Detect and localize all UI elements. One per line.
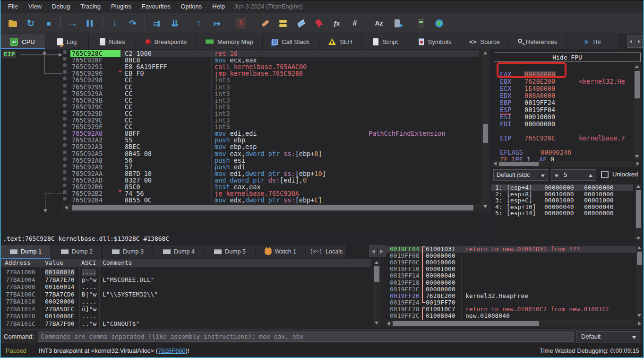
value-cell[interactable]: 01001D31 xyxy=(426,246,455,253)
disasm-vertical-scrollbar[interactable] xyxy=(481,49,490,213)
calling-convention-dropdown[interactable]: Default (stdc xyxy=(493,169,548,181)
value-cell[interactable]: 00020000 xyxy=(45,298,75,306)
calculator-icon[interactable] xyxy=(413,16,429,31)
menu-item-file[interactable]: File xyxy=(3,1,23,12)
disasm-row[interactable]: 765C929CCCint3 xyxy=(1,104,481,110)
tab-symbols[interactable]: Symbols xyxy=(409,34,461,49)
register-value[interactable]: 00010000 xyxy=(524,114,555,121)
disasm-row[interactable]: 765C92A957push edi xyxy=(1,164,481,170)
value-cell[interactable]: 00160014 xyxy=(45,283,75,291)
tab-dump-4[interactable]: Dump 4 xyxy=(154,245,204,258)
stack-row[interactable]: 0019FF1400000040 xyxy=(384,272,643,279)
disasm-row[interactable]: 765C92A255push ebp xyxy=(1,137,481,143)
value-cell[interactable]: 00000000 xyxy=(426,286,455,293)
disasm-row[interactable]: 765C9291E8 6A19FEFFcall kernelbase.765AA… xyxy=(1,63,481,70)
stack-pane[interactable]: 0019FF0401001D31return to new.01001D31 f… xyxy=(384,244,643,328)
dump-row[interactable]: 77BA101000020000.... xyxy=(0,298,371,306)
value-cell[interactable]: 010010C7 xyxy=(426,306,455,313)
disasm-row[interactable]: 765C92AD8327 00and dword ptr ds:[edi],0 xyxy=(1,177,481,183)
tab-scroll-right-button[interactable] xyxy=(635,35,643,48)
register-value[interactable]: 7628E200 xyxy=(524,78,555,85)
pause-icon[interactable]: ▌▌ xyxy=(83,16,99,31)
tab-dump-1[interactable]: Dump 1 xyxy=(1,245,51,258)
step-into-icon[interactable]: ↓ xyxy=(107,16,123,31)
run-to-user-code-icon[interactable]: ↣ xyxy=(209,16,225,31)
hash-icon[interactable]: # xyxy=(347,16,363,31)
disasm-row[interactable]: 765C9298CCint3 xyxy=(1,77,481,83)
dump-row[interactable]: 77BA10200005000C xyxy=(0,327,371,328)
column-divider[interactable] xyxy=(461,244,462,320)
stack-row[interactable]: 0019FF1C00000000 xyxy=(384,286,643,293)
tab-script[interactable]: Script xyxy=(362,34,409,49)
argument-count-spinner[interactable]: 5 xyxy=(551,169,596,181)
tab-watch-1[interactable]: Watch 1 xyxy=(256,245,305,258)
menu-item-debug[interactable]: Debug xyxy=(47,1,75,12)
trace-over-icon[interactable]: ⇊ xyxy=(167,16,183,31)
dump-row[interactable]: 77BA100C77BA7CD0Đ|°wL"\\SYSTEM32\\" xyxy=(0,291,371,298)
tab-dump-3[interactable]: Dump 3 xyxy=(103,245,153,258)
register-row[interactable]: EDX008A0000 xyxy=(491,92,643,99)
tab-source[interactable]: <>Source xyxy=(461,34,508,49)
comments-icon[interactable] xyxy=(275,16,291,31)
run-icon[interactable]: → xyxy=(65,16,81,31)
value-cell[interactable]: 0005000C xyxy=(45,327,75,328)
tab-call-stack[interactable]: Call Stack xyxy=(263,34,319,49)
stack-row[interactable]: 0019FF0C00010000 xyxy=(384,259,643,266)
value-cell[interactable]: 00180016 xyxy=(45,269,75,276)
stack-horizontal-scrollbar[interactable] xyxy=(385,320,643,327)
register-row[interactable]: ESI00010000 xyxy=(491,114,643,121)
tab-references[interactable]: References xyxy=(508,34,567,49)
register-value[interactable]: 00000246 xyxy=(541,149,571,156)
run-trace-icon[interactable]: ⇉ xyxy=(149,16,165,31)
tab-cpu[interactable]: 32CPU xyxy=(0,34,45,49)
argument-row[interactable]: 5:[esp+14]0000000000000000 xyxy=(491,210,633,217)
tab-seh[interactable]: SEH xyxy=(319,34,362,49)
dump-row[interactable]: 77BA100800160014.... xyxy=(0,283,371,291)
spin-up-icon[interactable] xyxy=(589,174,592,177)
dump-tab-scroll-left-button[interactable] xyxy=(369,245,377,257)
register-row[interactable]: ESP0019FF04 xyxy=(491,106,643,114)
disasm-horizontal-scrollbar[interactable] xyxy=(62,204,481,212)
value-cell[interactable]: 77BA7CD0 xyxy=(45,291,75,298)
restart-icon[interactable]: ↻ xyxy=(23,16,39,31)
disassembly-pane[interactable]: EIP 765C928CC2 1000ret 10765C928F8BC8mov… xyxy=(1,49,481,235)
argument-row[interactable]: 4:[esp+10]0000004000000040 xyxy=(491,204,633,210)
bookmarks-icon[interactable] xyxy=(311,16,327,31)
disasm-row[interactable]: 765C928F8BC8mov ecx,eax xyxy=(1,57,481,63)
globe-icon[interactable] xyxy=(431,16,447,31)
argument-row[interactable]: 3:[esp+C]0000100000001000 xyxy=(491,197,633,204)
register-row[interactable]: EBX7628E200<kernel32.He xyxy=(491,78,643,85)
stack-row[interactable]: 0019FF2C01008040new.01008040 xyxy=(384,313,643,319)
disasm-row[interactable]: 765C92AA8B7D 10mov edi,dword ptr ss:[ebp… xyxy=(1,170,481,177)
labels-icon[interactable] xyxy=(293,16,309,31)
disasm-row[interactable]: 765C929ACCint3 xyxy=(1,90,481,97)
functions-icon[interactable]: fx xyxy=(329,16,345,31)
column-header-comments[interactable]: Comments xyxy=(103,259,132,267)
tab-thr[interactable]: »Thr xyxy=(567,34,619,49)
disasm-row[interactable]: 765C92A08BFFmov edi,ediPathCchFindExtens… xyxy=(1,130,481,137)
command-profile-dropdown[interactable]: Default xyxy=(576,331,640,342)
value-cell[interactable]: 00000040 xyxy=(426,272,455,279)
patches-icon[interactable] xyxy=(257,16,273,31)
value-cell[interactable]: 77BA5DFC xyxy=(45,306,75,313)
value-cell[interactable]: 00001000 xyxy=(426,266,455,272)
menu-item-plugins[interactable]: Plugins xyxy=(106,1,137,12)
argument-row[interactable]: 1:[esp+4]0000000000000000 xyxy=(491,184,633,191)
dump-row[interactable]: 77BA10180010000E.... xyxy=(0,313,371,320)
register-row[interactable]: EIP765C928Ckernelbase.7 xyxy=(491,135,643,142)
tab-log[interactable]: Log xyxy=(45,34,89,49)
unlocked-checkbox[interactable] xyxy=(601,171,609,178)
tab-memory-map[interactable]: Memory Map xyxy=(197,34,263,49)
dump-vertical-scrollbar[interactable] xyxy=(373,259,381,327)
address-link[interactable]: 7628F660 xyxy=(158,347,186,354)
step-over-icon[interactable]: ↷ xyxy=(125,16,141,31)
scylla-icon[interactable]: S xyxy=(233,16,249,31)
dump-pane[interactable]: Address Value ASCI Comments 77BA10000018… xyxy=(0,259,371,328)
value-cell[interactable]: 77BA7E70 xyxy=(45,276,75,284)
value-cell[interactable]: 77BA7F90 xyxy=(45,320,75,328)
menu-item-tracing[interactable]: Tracing xyxy=(75,1,106,12)
value-cell[interactable]: 01008040 xyxy=(426,313,455,319)
command-input[interactable] xyxy=(38,332,574,342)
tab-dump-5[interactable]: Dump 5 xyxy=(205,245,255,258)
disasm-row[interactable]: 765C929DCCint3 xyxy=(1,110,481,117)
